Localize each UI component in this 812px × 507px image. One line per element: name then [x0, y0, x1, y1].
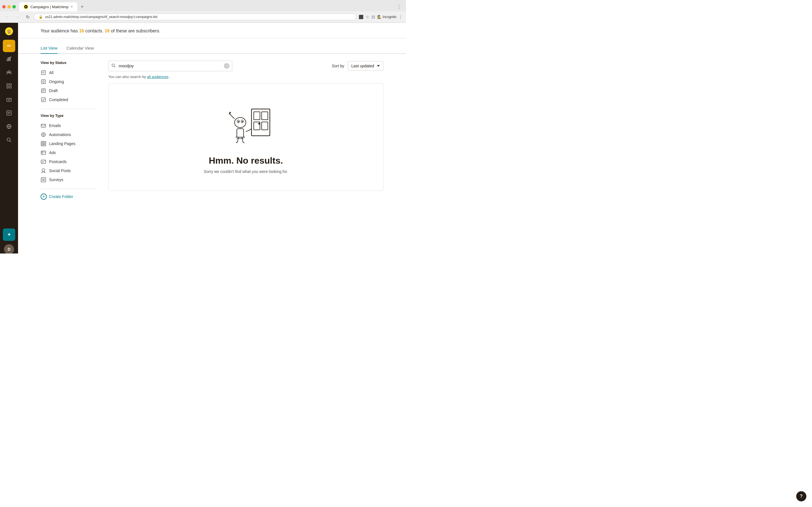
svg-rect-68 — [237, 129, 244, 137]
svg-rect-9 — [7, 83, 8, 86]
sidebar-item-integrations[interactable] — [3, 80, 15, 93]
ongoing-filter-icon — [41, 79, 46, 84]
filter-landing-pages[interactable]: Landing Pages — [41, 139, 97, 148]
notice-text-before: Your audience has — [41, 29, 79, 33]
landing-pages-filter-icon — [41, 141, 46, 147]
no-results-subtitle: Sorry we couldn't find what you were loo… — [204, 169, 288, 174]
filter-ongoing[interactable]: Ongoing — [41, 77, 97, 86]
sidebar-item-reports[interactable] — [3, 53, 15, 66]
sort-select[interactable]: Last updated Name Created date — [348, 61, 384, 71]
create-folder-icon: + — [41, 193, 47, 200]
search-input[interactable] — [108, 61, 232, 71]
filter-emails[interactable]: Emails — [41, 121, 97, 130]
sort-row: Sort by Last updated Name Created date — [332, 61, 384, 71]
filter-social-posts-label: Social Posts — [49, 168, 71, 173]
svg-rect-35 — [41, 124, 46, 127]
sidebar-item-website[interactable] — [3, 121, 15, 133]
address-bar: ← → ↻ 🔒 us21.admin.mailchimp.com/campaig… — [0, 11, 406, 22]
filter-draft[interactable]: Draft — [41, 86, 97, 95]
svg-point-21 — [7, 138, 10, 141]
extensions-icon[interactable]: ⊡ — [371, 15, 375, 19]
website-icon — [6, 124, 11, 130]
integrations-icon — [6, 83, 11, 90]
svg-point-73 — [242, 121, 243, 122]
svg-point-7 — [7, 71, 8, 73]
filter-social-posts[interactable]: Social Posts — [41, 166, 97, 175]
campaigns-icon: ✏ — [7, 43, 11, 49]
automations-filter-icon — [41, 132, 46, 137]
sidebar-logo[interactable]: 🐒 — [3, 25, 15, 38]
social-posts-filter-icon — [41, 168, 46, 173]
back-button[interactable]: ← — [3, 13, 11, 21]
svg-line-22 — [10, 141, 11, 142]
svg-point-72 — [238, 121, 239, 122]
svg-rect-12 — [10, 87, 11, 88]
filter-ads-label: Ads — [49, 151, 56, 155]
filter-completed[interactable]: Completed — [41, 95, 97, 104]
tab-list-view[interactable]: List View — [41, 43, 57, 54]
svg-point-54 — [42, 169, 45, 172]
sidebar-item-audience[interactable] — [3, 67, 15, 79]
completed-filter-icon — [41, 97, 46, 103]
filter-landing-pages-label: Landing Pages — [49, 142, 75, 146]
svg-point-27 — [43, 81, 44, 82]
reload-button[interactable]: ↻ — [24, 13, 32, 21]
hint-end: . — [169, 75, 170, 79]
no-results-illustration — [218, 101, 274, 147]
sidebar-item-analytics[interactable] — [3, 94, 15, 106]
view-tabs: List View Calendar View — [18, 43, 406, 54]
svg-rect-3 — [7, 59, 8, 61]
sidebar-item-ai[interactable]: ✦ — [3, 228, 15, 241]
new-tab-button[interactable]: + — [79, 3, 86, 11]
filter-postcards[interactable]: Postcards — [41, 157, 97, 166]
close-window-button[interactable] — [2, 5, 6, 8]
filter-surveys-label: Surveys — [49, 177, 63, 182]
tab-close-button[interactable]: × — [71, 5, 73, 9]
sidebar-avatar[interactable]: D — [4, 244, 14, 253]
svg-point-8 — [10, 71, 11, 73]
cast-icon[interactable]: ⬛ — [359, 15, 363, 19]
analytics-icon — [6, 97, 11, 103]
svg-rect-26 — [42, 80, 45, 83]
tab-list-button[interactable]: ⋮ — [394, 3, 404, 11]
main-content: Your audience has 16 contacts. 16 of the… — [18, 23, 406, 253]
profile-button[interactable]: 🕵 Incognito — [377, 15, 396, 19]
maximize-window-button[interactable] — [12, 5, 16, 8]
sidebar-item-campaigns[interactable]: ✏ — [3, 40, 15, 52]
tab-bar: Campaigns | Mailchimp × + ⋮ — [0, 0, 406, 11]
avatar-label: D — [8, 247, 10, 251]
filter-ongoing-label: Ongoing — [49, 79, 64, 84]
all-audiences-link[interactable]: all audiences — [147, 75, 168, 79]
sidebar-item-search[interactable] — [3, 134, 15, 147]
minimize-window-button[interactable] — [7, 5, 11, 8]
audience-notice: Your audience has 16 contacts. 16 of the… — [18, 23, 406, 38]
menu-button[interactable]: ⋮ — [399, 15, 403, 19]
toolbar-icons: ⬛ ☆ ⊡ 🕵 Incognito ⋮ — [359, 15, 403, 19]
tab-calendar-view[interactable]: Calendar View — [66, 43, 94, 54]
create-folder-button[interactable]: + Create Folder — [41, 193, 97, 200]
filter-all[interactable]: All — [41, 68, 97, 77]
traffic-lights — [2, 5, 16, 8]
notice-text-after: of these are subscribers. — [111, 29, 160, 33]
sidebar-item-content[interactable] — [3, 107, 15, 120]
svg-line-76 — [236, 142, 238, 143]
status-filter-title: View by Status — [41, 61, 97, 65]
svg-rect-42 — [41, 142, 46, 146]
search-results-area: × Sort by Last updated Name Created date… — [108, 61, 384, 200]
reports-icon — [6, 56, 11, 63]
draft-filter-icon — [41, 88, 46, 94]
bookmark-icon[interactable]: ☆ — [366, 15, 369, 19]
filter-divider-2 — [41, 189, 97, 189]
search-clear-button[interactable]: × — [224, 63, 230, 69]
search-sidebar-icon — [6, 137, 11, 144]
svg-point-6 — [8, 71, 10, 72]
filter-ads[interactable]: Ads — [41, 148, 97, 157]
url-bar[interactable]: 🔒 us21.admin.mailchimp.com/campaigns/#f_… — [34, 13, 356, 20]
svg-rect-34 — [42, 98, 45, 102]
active-tab[interactable]: Campaigns | Mailchimp × — [19, 2, 77, 11]
forward-button[interactable]: → — [13, 13, 21, 21]
svg-point-66 — [258, 123, 260, 124]
filter-surveys[interactable]: Surveys — [41, 175, 97, 184]
filter-automations[interactable]: Automations — [41, 130, 97, 139]
app-layout: 🐒 ✏ — [0, 23, 406, 253]
